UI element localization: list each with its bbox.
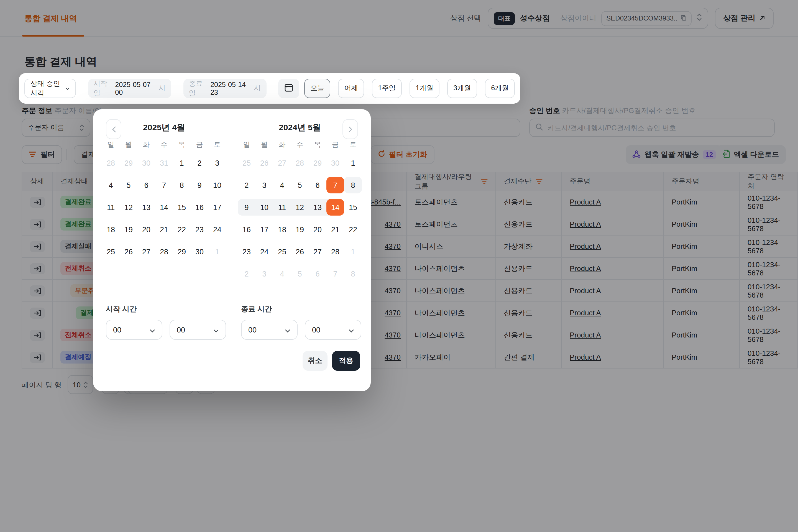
time-select-2[interactable]: 00 — [241, 320, 298, 340]
calendar-day-left[interactable]: 7 — [155, 177, 173, 193]
calendar-day-right[interactable]: 5 — [291, 265, 309, 282]
calendar-day-right[interactable]: 6 — [309, 265, 326, 282]
calendar-day-right[interactable]: 25 — [238, 155, 255, 171]
calendar-day-right[interactable]: 1 — [344, 243, 362, 260]
calendar-day-right[interactable]: 17 — [255, 221, 273, 238]
calendar-day-left[interactable]: 22 — [173, 221, 191, 238]
start-date-prefix: 시작일 — [94, 79, 113, 98]
time-select-1[interactable]: 00 — [170, 320, 226, 340]
calendar-day-right[interactable]: 8 — [344, 265, 362, 282]
calendar-day-left[interactable]: 29 — [120, 155, 137, 171]
end-date-input[interactable]: 종료일 2025-05-14 23 시 — [183, 79, 266, 98]
calendar-day-right[interactable]: 2 — [238, 177, 255, 193]
calendar-day-right[interactable]: 24 — [255, 243, 273, 260]
calendar-day-right[interactable]: 10 — [255, 199, 273, 215]
calendar-day-right[interactable]: 12 — [291, 199, 309, 215]
quick-range-button-5[interactable]: 6개월 — [485, 79, 515, 98]
calendar-day-right[interactable]: 16 — [238, 221, 255, 238]
calendar-day-left[interactable]: 23 — [191, 221, 208, 238]
calendar-day-right[interactable]: 22 — [344, 221, 362, 238]
right-month-title: 2024년 5월 — [238, 122, 362, 133]
calendar-day-left[interactable]: 29 — [173, 243, 191, 260]
calendar-day-left[interactable]: 19 — [120, 221, 137, 238]
calendar-day-right[interactable]: 19 — [291, 221, 309, 238]
calendar-day-left[interactable]: 24 — [208, 221, 226, 238]
calendar-day-right[interactable]: 2 — [238, 265, 255, 282]
calendar-day-right[interactable]: 27 — [273, 155, 291, 171]
quick-range-button-2[interactable]: 1주일 — [372, 79, 402, 98]
calendar-day-left[interactable]: 3 — [208, 155, 226, 171]
calendar-day-right[interactable]: 8 — [344, 177, 362, 193]
calendar-day-left[interactable]: 12 — [120, 199, 137, 215]
calendar-day-right[interactable]: 23 — [238, 243, 255, 260]
calendar-day-right[interactable]: 9 — [238, 199, 255, 215]
calendar-day-left[interactable]: 16 — [191, 199, 208, 215]
calendar-day-right[interactable]: 7 — [326, 177, 344, 193]
weekday-label: 월 — [120, 140, 137, 150]
calendar-day-left[interactable]: 1 — [208, 243, 226, 260]
calendar-day-right[interactable]: 27 — [309, 243, 326, 260]
calendar-day-right[interactable]: 3 — [255, 177, 273, 193]
calendar-day-left[interactable]: 28 — [155, 243, 173, 260]
calendar-day-left[interactable]: 20 — [137, 221, 155, 238]
calendar-day-right[interactable]: 6 — [309, 177, 326, 193]
calendar-day-left[interactable]: 5 — [120, 177, 137, 193]
chevron-down-icon — [348, 326, 354, 334]
calendar-day-left[interactable]: 1 — [173, 155, 191, 171]
calendar-day-left[interactable]: 10 — [208, 177, 226, 193]
calendar-day-right[interactable]: 7 — [326, 265, 344, 282]
calendar-day-right[interactable]: 4 — [273, 265, 291, 282]
calendar-day-left[interactable]: 11 — [102, 199, 120, 215]
calendar-day-left[interactable]: 14 — [155, 199, 173, 215]
calendar-day-left[interactable]: 26 — [120, 243, 137, 260]
calendar-day-right[interactable]: 20 — [309, 221, 326, 238]
weekday-label: 목 — [309, 140, 326, 150]
quick-range-button-1[interactable]: 어제 — [338, 79, 364, 98]
calendar-day-left[interactable]: 18 — [102, 221, 120, 238]
calendar-day-right[interactable]: 28 — [291, 155, 309, 171]
calendar-day-right[interactable]: 15 — [344, 199, 362, 215]
time-select-3[interactable]: 00 — [305, 320, 361, 340]
calendar-day-right[interactable]: 26 — [291, 243, 309, 260]
quick-range-button-4[interactable]: 3개월 — [447, 79, 477, 98]
calendar-day-right[interactable]: 13 — [309, 199, 326, 215]
quick-range-button-3[interactable]: 1개월 — [410, 79, 439, 98]
calendar-day-left[interactable]: 30 — [191, 243, 208, 260]
calendar-day-left[interactable]: 9 — [191, 177, 208, 193]
calendar-day-right[interactable]: 14 — [326, 199, 344, 215]
calendar-day-right[interactable]: 18 — [273, 221, 291, 238]
calendar-day-left[interactable]: 28 — [102, 155, 120, 171]
calendar-day-left[interactable]: 30 — [137, 155, 155, 171]
calendar-day-left[interactable]: 15 — [173, 199, 191, 215]
calendar-day-right[interactable]: 30 — [326, 155, 344, 171]
calendar-day-right[interactable]: 11 — [273, 199, 291, 215]
calendar-day-right[interactable]: 4 — [273, 177, 291, 193]
calendar-day-left[interactable]: 27 — [137, 243, 155, 260]
start-date-input[interactable]: 시작일 2025-05-07 00 시 — [88, 79, 171, 98]
calendar-day-right[interactable]: 21 — [326, 221, 344, 238]
cancel-button[interactable]: 취소 — [303, 351, 327, 371]
calendar-day-right[interactable]: 1 — [344, 155, 362, 171]
status-time-type-select[interactable]: 상태 승인 시각 — [24, 79, 76, 98]
calendar-day-right[interactable]: 28 — [326, 243, 344, 260]
calendar-day-left[interactable]: 17 — [208, 199, 226, 215]
calendar-day-left[interactable]: 25 — [102, 243, 120, 260]
quick-range-button-0[interactable]: 오늘 — [304, 79, 330, 98]
calendar-day-left[interactable]: 8 — [173, 177, 191, 193]
calendar-day-right[interactable]: 3 — [255, 265, 273, 282]
weekday-label: 목 — [173, 140, 191, 150]
calendar-icon-button[interactable] — [278, 79, 299, 98]
apply-button[interactable]: 적용 — [332, 351, 360, 371]
calendar-day-right[interactable]: 29 — [309, 155, 326, 171]
calendar-day-right[interactable]: 26 — [255, 155, 273, 171]
time-select-0[interactable]: 00 — [106, 320, 163, 340]
calendar-day-left[interactable]: 13 — [137, 199, 155, 215]
weekday-label: 수 — [155, 140, 173, 150]
calendar-day-left[interactable]: 6 — [137, 177, 155, 193]
calendar-day-right[interactable]: 25 — [273, 243, 291, 260]
calendar-day-left[interactable]: 21 — [155, 221, 173, 238]
calendar-day-left[interactable]: 2 — [191, 155, 208, 171]
calendar-day-left[interactable]: 4 — [102, 177, 120, 193]
calendar-day-left[interactable]: 31 — [155, 155, 173, 171]
calendar-day-right[interactable]: 5 — [291, 177, 309, 193]
